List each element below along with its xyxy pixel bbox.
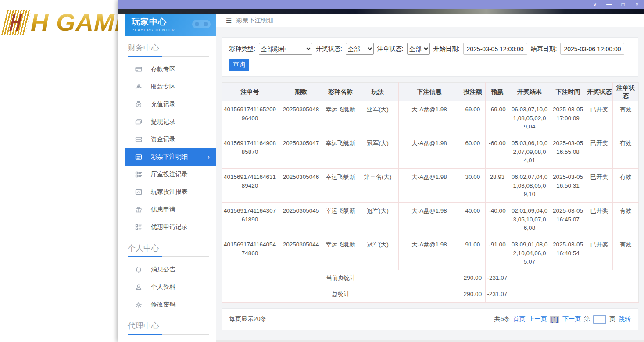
order-status-label: 注单状态:	[377, 45, 404, 53]
table-row: 401569174116405474860 20250305044 幸运飞艇新 …	[222, 236, 639, 270]
bets-table: 注单号 期数 彩种名称 玩法 下注信息 投注额 输赢 开奖结果 下注时间 开奖状…	[222, 82, 639, 303]
summary-label: 当前页统计	[222, 270, 460, 286]
table-cell: 大-A盘@1.98	[399, 236, 460, 270]
sidebar-item-promo-apply[interactable]: 优惠申请	[118, 201, 216, 218]
recharge-moneybag-icon	[135, 101, 142, 108]
chevron-right-icon: ›	[208, 153, 210, 161]
table-row: 401569174116463189420 20250305046 幸运飞艇新 …	[222, 169, 639, 203]
sidebar-item-label: 提现记录	[151, 118, 175, 126]
draw-status-select[interactable]: 全部	[346, 43, 374, 55]
summary-bet-total: 290.00	[460, 286, 486, 303]
sidebar-item-label: 优惠申请记录	[151, 223, 188, 231]
withdrawal-record-icon	[135, 118, 142, 125]
table-cell: 大-A盘@1.98	[399, 169, 460, 203]
sidebar-item-change-password[interactable]: 修改密码	[118, 296, 216, 314]
sidebar-item-withdraw-zone[interactable]: 取款专区	[118, 78, 216, 96]
sidebar-item-promo-record[interactable]: 优惠申请记录	[118, 218, 216, 236]
col-bet-info: 下注信息	[399, 83, 460, 101]
window-minimize-icon[interactable]: —	[602, 0, 616, 9]
col-bet-id: 注单号	[222, 83, 278, 101]
window-close-icon[interactable]: ×	[630, 0, 644, 9]
table-cell: 28.93	[486, 169, 509, 203]
window-maximize-icon[interactable]: □	[616, 0, 630, 9]
first-page-link[interactable]: 首页	[513, 315, 525, 323]
col-win-loss: 输赢	[486, 83, 509, 101]
next-page-link[interactable]: 下一页	[562, 315, 581, 323]
sidebar-item-profile[interactable]: 个人资料	[118, 278, 216, 296]
sidebar-item-recharge-record[interactable]: 充值记录	[118, 96, 216, 113]
content-topbar: ☰ 彩票下注明细	[216, 14, 644, 27]
sidebar: 玩家中心 PLAYERS CENTER 财务中心 存款专区 取款专区 充值记录	[118, 14, 216, 342]
pagination-bar: 每页显示20条 共5条 首页 上一页 [1] 下一页 第 页 跳转	[222, 308, 638, 330]
table-cell: 幸运飞艇新	[324, 135, 357, 169]
table-cell: 冠军(大)	[357, 203, 399, 236]
table-cell: 幸运飞艇新	[324, 203, 357, 236]
sidebar-item-label: 充值记录	[151, 100, 175, 108]
table-cell: 已开奖	[586, 101, 613, 135]
table-cell: 2025-03-05 16:40:54	[550, 236, 586, 270]
app-window: ∨ — □ × 玩家中心 PLAYERS CENTER 财务中心 存款专区 取款…	[118, 0, 644, 342]
sidebar-item-funds-record[interactable]: 资金记录	[118, 131, 216, 148]
deposit-card-icon	[135, 66, 142, 73]
table-cell: 20250305046	[278, 169, 324, 203]
section-title-agent: 代理中心	[128, 321, 216, 331]
query-button[interactable]: 查询	[229, 59, 249, 71]
table-cell: 2025-03-05 16:50:31	[550, 169, 586, 203]
bets-table-panel: 注单号 期数 彩种名称 玩法 下注信息 投注额 输赢 开奖结果 下注时间 开奖状…	[222, 82, 638, 303]
col-order-status: 注单状态	[613, 83, 639, 101]
jump-suffix-label: 页	[609, 315, 615, 323]
sidebar-item-player-report[interactable]: 玩家投注报表	[118, 183, 216, 201]
sidebar-item-announcements[interactable]: 消息公告	[118, 261, 216, 278]
table-cell: 2025-03-05 16:55:08	[550, 135, 586, 169]
section-divider	[128, 334, 209, 335]
section-divider	[128, 56, 209, 57]
table-row: 401569174116430761890 20250305045 幸运飞艇新 …	[222, 203, 639, 236]
sidebar-item-hall-bet-record[interactable]: 厅室投注记录	[118, 166, 216, 183]
table-row: 401569174116520996400 20250305048 幸运飞艇新 …	[222, 101, 639, 135]
grand-summary-row: 总统计 290.00 -231.07	[222, 286, 639, 303]
logo-red-h	[9, 14, 22, 31]
end-date-input[interactable]	[560, 43, 624, 55]
table-cell: 幸运飞艇新	[324, 101, 357, 135]
order-status-select[interactable]: 全部	[407, 43, 430, 55]
start-date-input[interactable]	[463, 43, 527, 55]
table-cell: 69.00	[460, 101, 486, 135]
table-cell: -91.00	[486, 236, 509, 270]
gamepad-icon	[191, 17, 211, 32]
table-cell: 401569174116463189420	[222, 169, 278, 203]
window-dropdown-icon[interactable]: ∨	[588, 0, 602, 9]
page-jump-input[interactable]	[593, 315, 606, 324]
sidebar-item-withdrawal-record[interactable]: 提现记录	[118, 113, 216, 131]
jump-button[interactable]: 跳转	[619, 315, 631, 323]
col-draw-status: 开奖状态	[586, 83, 613, 101]
table-cell: 03,09,01,08,02,10,04,06,05,07	[509, 236, 550, 270]
banner-strip	[118, 9, 644, 14]
sidebar-item-agent-rules[interactable]: 代理规则说明	[118, 338, 216, 342]
table-cell: -69.00	[486, 101, 509, 135]
total-count-text: 共5条	[494, 315, 510, 323]
filter-panel: 彩种类型: 全部彩种 开奖状态: 全部 注单状态: 全部 开始日期: 结束日期:…	[222, 37, 638, 77]
sidebar-item-lottery-bet-detail[interactable]: 彩票下注明细 ›	[125, 148, 216, 166]
hall-bet-record-icon	[135, 171, 142, 178]
col-lottery-name: 彩种名称	[324, 83, 357, 101]
sidebar-item-deposit-zone[interactable]: 存款专区	[118, 61, 216, 78]
logo-text: H GAME	[31, 10, 132, 35]
table-cell: 已开奖	[586, 203, 613, 236]
lottery-type-select[interactable]: 全部彩种	[259, 43, 312, 55]
col-bet-time: 下注时间	[550, 83, 586, 101]
withdraw-hand-icon	[135, 83, 142, 90]
table-cell: 有效	[613, 236, 639, 270]
table-row: 401569174116490885870 20250305047 幸运飞艇新 …	[222, 135, 639, 169]
table-cell: -40.00	[486, 203, 509, 236]
table-cell: -60.00	[486, 135, 509, 169]
col-play-type: 玩法	[357, 83, 399, 101]
hamburger-icon[interactable]: ☰	[226, 17, 232, 25]
promo-record-icon	[135, 224, 142, 231]
section-title-personal: 个人中心	[128, 243, 216, 253]
sidebar-item-label: 彩票下注明细	[151, 153, 188, 161]
current-page-indicator[interactable]: [1]	[550, 316, 559, 323]
prev-page-link[interactable]: 上一页	[528, 315, 547, 323]
summary-label: 总统计	[222, 286, 460, 303]
person-icon	[135, 284, 142, 291]
table-cell: 401569174116490885870	[222, 135, 278, 169]
